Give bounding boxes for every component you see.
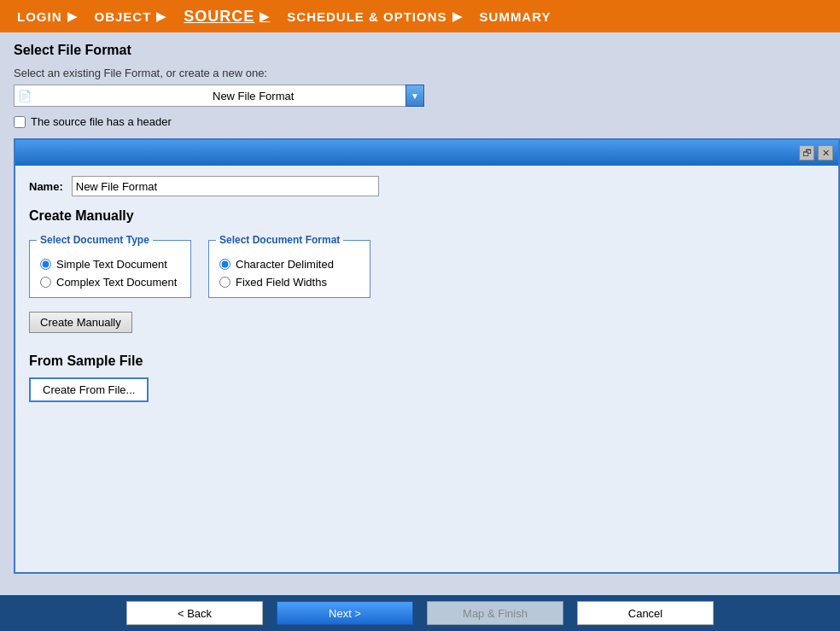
radio-complex-text-row: Complex Text Document — [40, 276, 180, 289]
create-from-file-button[interactable]: Create From File... — [29, 377, 149, 402]
name-label: Name: — [29, 180, 63, 193]
subtitle: Select an existing File Format, or creat… — [14, 67, 826, 79]
doc-format-legend: Select Document Format — [216, 234, 343, 246]
radio-complex-text[interactable] — [40, 277, 51, 288]
cancel-button[interactable]: Cancel — [577, 601, 714, 625]
radio-char-delimited-row: Character Delimited — [219, 258, 359, 271]
next-button[interactable]: Next > — [277, 601, 413, 625]
nav-arrow-2: ▶ — [156, 9, 166, 23]
name-input[interactable] — [72, 176, 379, 196]
main-content: Select File Format Select an existing Fi… — [0, 32, 840, 574]
nav-arrow-4: ▶ — [452, 9, 463, 23]
name-row: Name: — [29, 176, 825, 196]
nav-summary[interactable]: SUMMARY — [471, 9, 560, 24]
nav-schedule[interactable]: SCHEDULE & OPTIONS ▶ — [278, 9, 470, 24]
page-title: Select File Format — [14, 43, 826, 58]
radio-simple-text[interactable] — [40, 259, 51, 270]
file-format-select-box[interactable]: 📄 New File Format — [14, 85, 406, 107]
bottom-bar: < Back Next > Map & Finish Cancel — [0, 595, 840, 631]
dialog-panel: 🗗 ✕ Name: Create Manually Select Documen… — [14, 138, 840, 574]
radio-char-delimited-label: Character Delimited — [236, 258, 334, 271]
file-format-row: 📄 New File Format ▼ — [14, 85, 826, 107]
radio-fixed-field-label: Fixed Field Widths — [236, 276, 327, 289]
radio-fixed-field[interactable] — [219, 277, 230, 288]
back-button[interactable]: < Back — [126, 601, 263, 625]
header-checkbox-label: The source file has a header — [31, 115, 172, 128]
options-row: Select Document Type Simple Text Documen… — [29, 234, 825, 298]
header-checkbox[interactable] — [14, 116, 26, 128]
file-format-value: New File Format — [213, 90, 402, 102]
nav-source[interactable]: SOURCE ▶ — [175, 8, 278, 26]
nav-object[interactable]: OBJECT ▶ — [86, 9, 176, 24]
create-manually-button[interactable]: Create Manually — [29, 312, 132, 333]
doc-type-fieldset: Select Document Type Simple Text Documen… — [29, 234, 191, 298]
restore-icon[interactable]: 🗗 — [799, 145, 814, 161]
radio-char-delimited[interactable] — [219, 259, 230, 270]
radio-complex-text-label: Complex Text Document — [56, 276, 177, 289]
doc-format-fieldset: Select Document Format Character Delimit… — [208, 234, 370, 298]
doc-icon: 📄 — [18, 90, 207, 102]
header-checkbox-row: The source file has a header — [14, 115, 826, 128]
close-icon[interactable]: ✕ — [818, 145, 833, 161]
dialog-body: Name: Create Manually Select Document Ty… — [15, 166, 838, 412]
radio-fixed-field-row: Fixed Field Widths — [219, 276, 359, 289]
radio-simple-text-row: Simple Text Document — [40, 258, 180, 271]
map-finish-button: Map & Finish — [427, 601, 563, 625]
radio-simple-text-label: Simple Text Document — [56, 258, 167, 271]
dialog-titlebar: 🗗 ✕ — [15, 140, 838, 166]
nav-arrow-3: ▶ — [260, 9, 270, 23]
doc-type-legend: Select Document Type — [37, 234, 153, 246]
nav-arrow-1: ▶ — [67, 9, 78, 23]
create-manually-title: Create Manually — [29, 208, 825, 224]
nav-login[interactable]: LOGIN ▶ — [9, 9, 86, 24]
file-format-dropdown-btn[interactable]: ▼ — [405, 85, 424, 107]
from-sample-title: From Sample File — [29, 353, 825, 369]
top-nav: LOGIN ▶ OBJECT ▶ SOURCE ▶ SCHEDULE & OPT… — [0, 0, 840, 32]
